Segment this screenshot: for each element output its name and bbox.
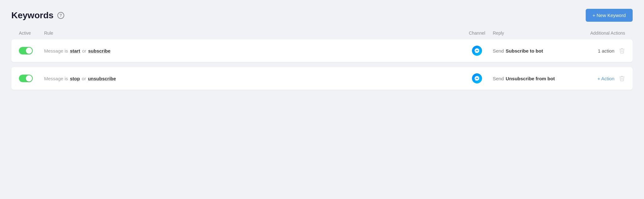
delete-icon-1[interactable] — [619, 47, 625, 54]
reply-value-2: Unsubscribe from bot — [506, 76, 555, 81]
add-action-link-2[interactable]: + Action — [597, 76, 614, 81]
channel-cell-1 — [461, 46, 493, 56]
header-left: Keywords ? — [11, 10, 64, 20]
new-keyword-button[interactable]: + New Keyword — [586, 9, 633, 22]
rule-cell-2: Message is stop or unsubscribe — [44, 76, 461, 81]
action-count-1: 1 action — [598, 48, 614, 54]
reply-cell-2: Send Unsubscribe from bot — [493, 76, 556, 81]
active-toggle-cell-2 — [19, 75, 44, 82]
reply-prefix-2: Send — [493, 76, 504, 81]
rule-prefix-2: Message is — [44, 76, 68, 81]
help-icon[interactable]: ? — [57, 12, 64, 19]
col-header-rule: Rule — [44, 31, 461, 36]
keywords-table: Active Rule Channel Reply Additional Act… — [11, 31, 633, 90]
col-header-channel: Channel — [461, 31, 493, 36]
col-header-additional-actions: Additional Actions — [556, 31, 625, 36]
keyword2-2: unsubscribe — [88, 76, 116, 81]
table-row: Message is stop or unsubscribe Send Unsu… — [11, 67, 633, 90]
page-title: Keywords — [11, 10, 54, 20]
active-toggle-cell — [19, 47, 44, 54]
table-row: Message is start or subscribe Send Subsc… — [11, 39, 633, 62]
keyword1-2: stop — [70, 76, 80, 81]
header: Keywords ? + New Keyword — [11, 9, 633, 22]
connector-1: or — [82, 48, 86, 54]
page-container: Keywords ? + New Keyword Active Rule Cha… — [0, 0, 644, 199]
rule-cell-1: Message is start or subscribe — [44, 48, 461, 54]
active-toggle-1[interactable] — [19, 47, 33, 54]
table-header: Active Rule Channel Reply Additional Act… — [11, 31, 633, 39]
col-header-active: Active — [19, 31, 44, 36]
channel-cell-2 — [461, 73, 493, 83]
messenger-icon-2 — [472, 73, 482, 83]
delete-icon-2[interactable] — [619, 75, 625, 82]
reply-cell-1: Send Subscribe to bot — [493, 48, 556, 54]
keyword2-1: subscribe — [88, 48, 111, 54]
rule-prefix-1: Message is — [44, 48, 68, 54]
col-header-reply: Reply — [493, 31, 556, 36]
reply-prefix-1: Send — [493, 48, 504, 54]
keyword1-1: start — [70, 48, 80, 54]
actions-cell-1: 1 action — [556, 47, 625, 54]
reply-value-1: Subscribe to bot — [506, 48, 543, 54]
actions-cell-2: + Action — [556, 75, 625, 82]
messenger-icon-1 — [472, 46, 482, 56]
active-toggle-2[interactable] — [19, 75, 33, 82]
connector-2: or — [82, 76, 86, 81]
